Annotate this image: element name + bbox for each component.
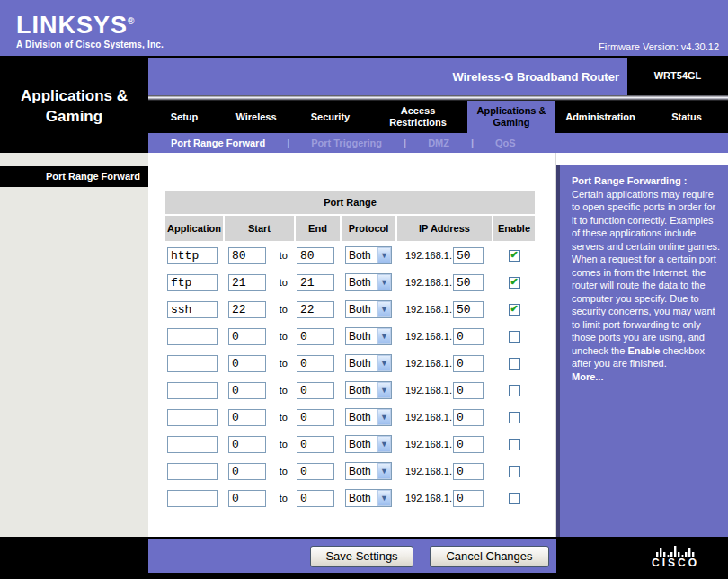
start-port-input[interactable] [228,382,266,399]
end-port-input[interactable] [297,490,334,507]
ip-last-octet-input[interactable] [453,436,484,453]
ip-last-octet-input[interactable] [453,490,484,507]
application-input[interactable] [167,490,218,507]
protocol-select[interactable]: Both▼ [345,489,392,507]
enable-checkbox[interactable]: ✔ [509,493,520,504]
protocol-value: Both [346,330,377,343]
protocol-value: Both [346,303,377,316]
start-port-wrap: to [225,463,294,480]
protocol-select[interactable]: Both▼ [345,408,392,426]
ip-address-cell: 192.168.1. [397,297,492,322]
tab-applications-gaming[interactable]: Applications & Gaming [467,101,555,133]
end-port-input[interactable] [297,301,334,318]
protocol-select[interactable]: Both▼ [345,381,392,399]
port-forward-row: toBoth▼192.168.1.✔ [165,243,535,268]
table-header-row: Application Start End Protocol IP Addres… [165,216,535,241]
ip-last-octet-input[interactable] [453,328,484,345]
enable-checkbox[interactable]: ✔ [509,466,520,477]
button-bar: Save Settings Cancel Changes [148,539,556,573]
enable-checkbox[interactable]: ✔ [509,412,520,423]
start-port-input[interactable] [228,436,266,453]
protocol-select[interactable]: Both▼ [345,435,392,453]
start-port-wrap: to [225,355,294,372]
end-port-input[interactable] [297,247,334,264]
subnav-item-dmz[interactable]: DMZ [428,138,449,148]
end-port-input[interactable] [297,328,334,345]
start-port-wrap: to [225,274,294,291]
tab-security[interactable]: Security [292,101,368,133]
end-port-input[interactable] [297,382,334,399]
subnav-item-port-triggering[interactable]: Port Triggering [311,138,382,148]
end-port-input[interactable] [297,409,334,426]
application-input[interactable] [167,355,218,372]
ip-last-octet-input[interactable] [453,355,484,372]
start-port-input[interactable] [228,301,266,318]
ip-last-octet-input[interactable] [453,463,484,480]
application-input[interactable] [167,463,218,480]
start-port-input[interactable] [228,463,266,480]
end-port-input[interactable] [297,355,334,372]
application-cell [165,297,223,322]
save-settings-button[interactable]: Save Settings [310,546,413,567]
start-port-input[interactable] [228,355,266,372]
application-input[interactable] [167,382,218,399]
cancel-changes-button[interactable]: Cancel Changes [430,546,549,567]
subnav-item-qos[interactable]: QoS [495,138,516,148]
protocol-cell: Both▼ [342,270,395,295]
application-input[interactable] [167,247,218,264]
start-port-input[interactable] [228,328,266,345]
protocol-select[interactable]: Both▼ [345,354,392,372]
enable-checkbox[interactable]: ✔ [509,277,520,289]
application-input[interactable] [167,301,218,318]
check-icon: ✔ [510,304,518,314]
end-port-input[interactable] [297,436,334,453]
protocol-select[interactable]: Both▼ [345,246,392,264]
subnav-item-port-range-forward[interactable]: Port Range Forward [171,138,265,148]
port-forward-row: toBoth▼192.168.1.✔ [165,324,535,349]
end-port-cell [296,243,340,268]
end-port-input[interactable] [297,274,334,291]
ip-last-octet-input[interactable] [453,274,484,291]
ip-last-octet-input[interactable] [453,409,484,426]
tab-setup[interactable]: Setup [148,101,220,133]
help-more-link[interactable]: More... [572,370,721,384]
application-input[interactable] [167,274,218,291]
ip-last-octet-input[interactable] [453,301,484,318]
enable-checkbox[interactable]: ✔ [509,250,520,262]
ip-last-octet-input[interactable] [453,247,484,264]
tab-status[interactable]: Status [645,101,728,133]
application-input[interactable] [167,436,218,453]
tab-access-restrictions[interactable]: Access Restrictions [368,101,467,133]
protocol-select[interactable]: Both▼ [345,462,392,480]
start-port-cell: to [225,485,294,511]
tab-wireless[interactable]: Wireless [220,101,292,133]
tab-administration[interactable]: Administration [555,101,645,133]
protocol-cell: Both▼ [342,485,395,511]
end-port-cell [296,351,340,376]
start-port-input[interactable] [228,409,266,426]
page-title: Applications & Gaming [0,85,148,127]
start-port-cell: to [225,432,294,457]
ip-last-octet-input[interactable] [453,382,484,399]
protocol-cell: Both▼ [342,243,395,268]
protocol-select[interactable]: Both▼ [345,327,392,345]
start-port-input[interactable] [228,274,266,291]
application-input[interactable] [167,328,218,345]
start-port-input[interactable] [228,247,266,264]
end-port-input[interactable] [297,463,334,480]
left-sidebar: Port Range Forward [0,153,148,537]
enable-checkbox[interactable]: ✔ [509,304,520,316]
ip-address-cell: 192.168.1. [397,485,492,511]
protocol-value: Both [346,384,377,396]
protocol-select[interactable]: Both▼ [345,273,392,291]
start-port-input[interactable] [228,490,266,507]
application-input[interactable] [167,409,218,426]
enable-checkbox[interactable]: ✔ [509,358,520,370]
check-icon: ✔ [510,250,518,260]
enable-checkbox[interactable]: ✔ [509,385,520,396]
cisco-logo: CISCO [652,545,699,568]
enable-checkbox[interactable]: ✔ [509,439,520,450]
enable-checkbox[interactable]: ✔ [509,331,520,343]
protocol-select[interactable]: Both▼ [345,300,392,318]
protocol-value: Both [346,438,377,450]
